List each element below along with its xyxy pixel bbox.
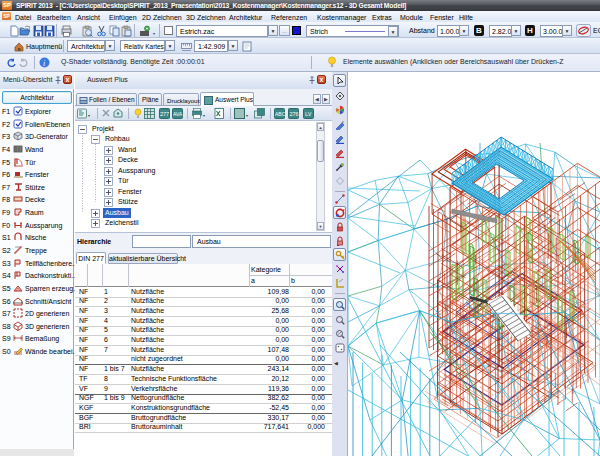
svg-text:LV: LV (305, 111, 312, 117)
svg-text:276: 276 (290, 111, 299, 117)
svg-text:AVA: AVA (173, 111, 183, 117)
svg-text:i: i (43, 59, 45, 68)
svg-text:ABC: ABC (275, 111, 285, 117)
svg-text:277: 277 (160, 111, 169, 117)
